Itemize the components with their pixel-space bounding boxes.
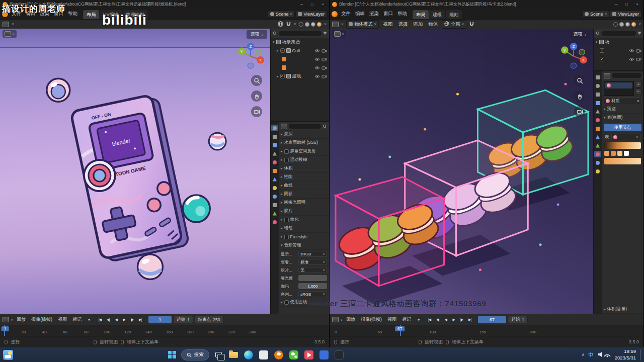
next-keyframe-button[interactable]: |▶: [458, 316, 465, 323]
timeline-menu-view[interactable]: 视图: [385, 315, 398, 324]
section-volumetrics[interactable]: ▸体积: [279, 164, 329, 173]
jump-end-button[interactable]: ▶|: [136, 316, 144, 323]
material-shading-icon[interactable]: [311, 22, 315, 27]
close-icon[interactable]: ×: [290, 12, 292, 16]
outliner-row-collection[interactable]: ✓: [594, 46, 643, 55]
globe-icon[interactable]: [278, 21, 283, 28]
render-camera-icon[interactable]: [636, 49, 641, 53]
tab-scene-properties[interactable]: [594, 108, 601, 115]
hide-eye-icon[interactable]: [314, 57, 320, 61]
timeline-menu-view[interactable]: 视图: [56, 315, 69, 324]
mode-dropdown[interactable]: 物体模式 ∨: [346, 20, 379, 29]
color-ramp-widget[interactable]: [604, 142, 641, 149]
properties-editor-icon[interactable]: [281, 124, 287, 129]
jump-start-button[interactable]: |◀: [96, 316, 104, 323]
current-frame-field[interactable]: 67: [478, 316, 506, 323]
rendered-shading-icon[interactable]: [317, 22, 321, 27]
tab-layout[interactable]: 布局: [83, 10, 99, 19]
filter-icon[interactable]: [323, 32, 327, 35]
look-dropdown[interactable]: 无∨: [298, 267, 327, 273]
menu-view[interactable]: 视图: [381, 21, 394, 28]
editor-type-icon[interactable]: [5, 31, 11, 37]
section-surface[interactable]: ▾ 表(曲面): [602, 114, 643, 122]
menu-file[interactable]: 文件: [339, 10, 353, 18]
tab-material-properties[interactable]: [594, 151, 601, 157]
timeline-ruler-right[interactable]: 0 50 100 150 200 67: [330, 325, 643, 336]
section-volume[interactable]: ▸ 体积(音量): [602, 305, 643, 314]
start-button[interactable]: [166, 349, 178, 361]
section-checkbox[interactable]: [284, 235, 289, 239]
timeline-menu-marker[interactable]: 标记: [400, 315, 413, 324]
material-name-field[interactable]: 材质 ×: [604, 97, 641, 105]
close-button[interactable]: ×: [632, 1, 642, 8]
sphere-3[interactable]: [183, 195, 210, 222]
tab-material-properties[interactable]: [271, 219, 278, 225]
shading-mode-switch[interactable]: [299, 22, 321, 27]
camera-view-icon[interactable]: [251, 106, 262, 117]
tab-constraint-properties[interactable]: [271, 202, 278, 208]
tab-render-properties[interactable]: [594, 82, 601, 89]
color-swatch[interactable]: [604, 151, 609, 156]
hide-eye-icon[interactable]: [629, 57, 634, 61]
file-explorer-button[interactable]: [227, 349, 239, 361]
filter-icon[interactable]: [637, 32, 641, 35]
chevron-down-icon[interactable]: ∨: [11, 318, 13, 322]
render-camera-icon[interactable]: [636, 57, 641, 61]
menu-object[interactable]: 物体: [427, 21, 439, 28]
outliner-row-object[interactable]: [271, 55, 329, 63]
menu-render[interactable]: 渲染: [367, 10, 381, 18]
viewport-options-button[interactable]: 选项 ∨: [247, 30, 267, 39]
minimize-button[interactable]: ─: [611, 1, 621, 8]
chevron-down-icon[interactable]: ∨: [324, 22, 327, 26]
sphere-1[interactable]: [47, 78, 70, 102]
base-color-field[interactable]: [604, 158, 641, 164]
section-checkbox[interactable]: [284, 149, 289, 154]
color-swatch[interactable]: [611, 151, 616, 156]
menu-select[interactable]: 选择: [396, 21, 409, 28]
play-button[interactable]: ▶: [120, 316, 128, 323]
tab-particle-properties[interactable]: [594, 168, 601, 174]
timeline-menu-playback[interactable]: 回放: [15, 315, 28, 324]
collection-checkbox[interactable]: ✓: [280, 74, 285, 78]
transform-orientation-dropdown[interactable]: 全局 ∨: [442, 20, 466, 29]
section-preview[interactable]: ▸ 预览: [602, 105, 643, 114]
properties-search-input[interactable]: [612, 73, 641, 78]
wireframe-shading-icon[interactable]: [299, 22, 303, 27]
unlink-icon[interactable]: ×: [637, 99, 639, 104]
material-slots[interactable]: [604, 81, 634, 96]
blender-app-button[interactable]: [273, 349, 285, 361]
viewlayer-selector[interactable]: ViewLayer: [610, 11, 641, 18]
tab-output-properties[interactable]: [594, 91, 601, 98]
tab-modifier-properties[interactable]: [594, 134, 601, 140]
jump-start-button[interactable]: |◀: [426, 316, 433, 323]
render-camera-icon[interactable]: [321, 57, 327, 61]
zoom-icon[interactable]: [251, 75, 262, 86]
pan-hand-icon[interactable]: [574, 90, 585, 102]
timeline-menu-marker[interactable]: 标记: [70, 315, 84, 324]
tab-particle-properties[interactable]: [271, 185, 278, 191]
outliner-row-scene[interactable]: ▾ 场: [594, 38, 643, 46]
hide-eye-icon[interactable]: [314, 66, 320, 70]
tab-physics-properties[interactable]: [271, 193, 278, 200]
tab-modifier-properties[interactable]: [271, 176, 278, 183]
collapse-icon[interactable]: ▾: [596, 40, 598, 44]
pan-hand-icon[interactable]: [251, 90, 262, 102]
magnet-icon[interactable]: [286, 21, 291, 28]
scene-selector[interactable]: Scene ×: [582, 11, 609, 18]
tab-world-properties[interactable]: [271, 159, 278, 165]
timeline-menu-keying[interactable]: 报像(插帧): [29, 315, 54, 324]
chevron-down-icon[interactable]: ∨: [341, 22, 344, 26]
outliner-search-input[interactable]: [279, 31, 321, 36]
shader-dropdown[interactable]: ∨: [611, 134, 641, 140]
tab-viewlayer-properties[interactable]: [594, 100, 601, 106]
app-button-light[interactable]: [258, 349, 270, 361]
section-freestyle[interactable]: ▸Freestyle: [279, 233, 329, 241]
edge-browser-button[interactable]: [243, 349, 255, 361]
tab-render-properties[interactable]: [271, 125, 278, 131]
section-checkbox[interactable]: [284, 218, 289, 222]
outliner-row-scene-collection[interactable]: ▾ 场景集合: [271, 38, 329, 46]
jump-end-button[interactable]: ▶|: [466, 316, 473, 323]
tab-scene-properties[interactable]: [271, 150, 278, 157]
viewport-3d-left[interactable]: OFF - ON blender TOON GAME: [0, 29, 270, 314]
close-icon[interactable]: ×: [604, 12, 607, 16]
